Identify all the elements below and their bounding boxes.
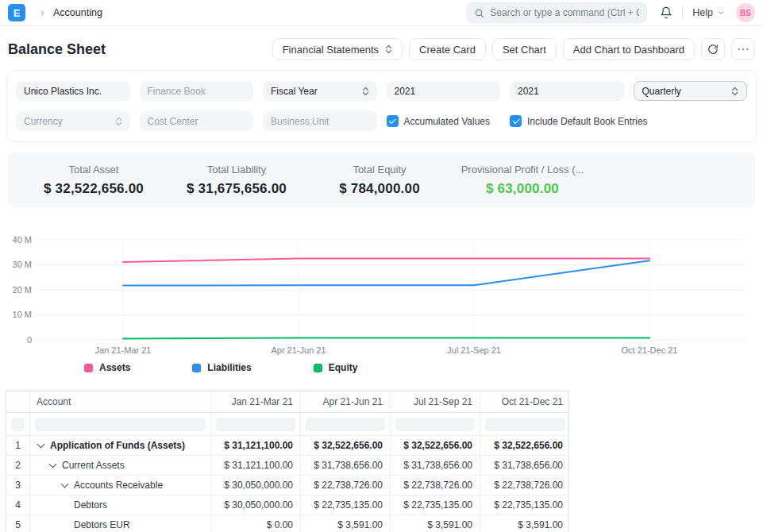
column-filter-input[interactable] xyxy=(306,418,385,431)
account-name: Current Assets xyxy=(62,460,125,471)
cost-center-filter[interactable]: Cost Center xyxy=(140,111,254,131)
avatar[interactable]: BS xyxy=(736,3,755,22)
amount-cell: $ 22,735,135.00 xyxy=(480,495,570,515)
summary-value: $ 31,675,656.00 xyxy=(165,181,308,197)
end-year-filter[interactable]: 2021 xyxy=(510,81,624,101)
filters-panel: Unico Plastics Inc. Finance Book Fiscal … xyxy=(6,70,757,142)
legend-item-liabilities[interactable]: Liabilities xyxy=(192,362,251,373)
chevron-down-icon xyxy=(717,9,725,17)
currency-select[interactable]: Currency xyxy=(16,111,130,131)
create-card-button[interactable]: Create Card xyxy=(409,38,486,60)
updown-icon xyxy=(115,117,122,126)
column-filter-input[interactable] xyxy=(485,418,565,431)
account-name: Application of Funds (Assets) xyxy=(50,440,185,451)
periodicity-value: Quarterly xyxy=(642,86,727,97)
amount-cell: $ 22,738,726.00 xyxy=(301,476,391,495)
amount-cell: $ 31,738,656.00 xyxy=(480,456,570,476)
chart-legend: AssetsLiabilitiesEquity xyxy=(0,360,763,375)
search-field[interactable] xyxy=(490,7,639,18)
help-label: Help xyxy=(692,7,713,18)
accumulated-values-checkbox[interactable]: Accumulated Values xyxy=(387,115,501,127)
column-header[interactable]: Apr 21-Jun 21 xyxy=(301,391,391,413)
column-header[interactable]: Jan 21-Mar 21 xyxy=(211,391,301,413)
business-unit-filter[interactable]: Business Unit xyxy=(263,111,377,131)
legend-item-assets[interactable]: Assets xyxy=(84,362,130,373)
amount-cell: $ 22,738,726.00 xyxy=(480,476,570,495)
start-year-value: 2021 xyxy=(395,86,493,97)
period-basis-value: Fiscal Year xyxy=(271,86,357,97)
column-header[interactable]: Jul 21-Sep 21 xyxy=(391,391,480,413)
amount-cell: $ 30,050,000.00 xyxy=(211,476,301,495)
menu-button[interactable] xyxy=(731,38,755,60)
row-number: 1 xyxy=(6,436,30,456)
column-filter-input[interactable] xyxy=(216,418,295,431)
account-cell[interactable]: Debtors EUR xyxy=(30,515,211,532)
start-year-filter[interactable]: 2021 xyxy=(387,81,501,101)
include-default-book-entries-checkbox[interactable]: Include Default Book Entries xyxy=(510,115,747,127)
row-number: 4 xyxy=(6,495,30,515)
company-filter[interactable]: Unico Plastics Inc. xyxy=(16,81,130,101)
amount-cell: $ 31,738,656.00 xyxy=(391,456,480,476)
chevron-down-icon[interactable] xyxy=(37,441,45,449)
summary-label: Total Asset xyxy=(22,164,165,175)
amount-cell: $ 22,735,135.00 xyxy=(391,495,480,515)
svg-text:40 M: 40 M xyxy=(13,235,32,245)
page-title: Balance Sheet xyxy=(8,41,106,58)
finance-book-filter[interactable]: Finance Book xyxy=(140,81,254,101)
business-unit-placeholder: Business Unit xyxy=(271,116,369,127)
account-cell[interactable]: Current Assets xyxy=(30,456,211,476)
legend-item-equity[interactable]: Equity xyxy=(314,362,358,373)
table-header-row: AccountJan 21-Mar 21Apr 21-Jun 21Jul 21-… xyxy=(6,391,568,413)
summary-label: Total Liability xyxy=(165,164,308,175)
column-filter-input[interactable] xyxy=(395,418,475,431)
notifications-bell-icon[interactable] xyxy=(660,6,672,19)
refresh-button[interactable] xyxy=(701,38,725,60)
column-filter-input[interactable] xyxy=(11,418,25,431)
app-logo-icon[interactable]: E xyxy=(8,4,25,21)
chevron-down-icon[interactable] xyxy=(61,480,69,488)
amount-cell: $ 3,591.00 xyxy=(480,515,570,532)
set-chart-button[interactable]: Set Chart xyxy=(492,38,557,60)
table-row: 2Current Assets$ 31,121,100.00$ 31,738,6… xyxy=(6,456,568,476)
account-cell[interactable]: Application of Funds (Assets) xyxy=(30,436,211,456)
column-header[interactable]: Account xyxy=(30,391,211,413)
svg-text:Jan 21-Mar 21: Jan 21-Mar 21 xyxy=(95,345,152,355)
account-cell[interactable]: Accounts Receivable xyxy=(30,476,211,495)
svg-text:30 M: 30 M xyxy=(13,260,32,269)
account-cell[interactable]: Debtors xyxy=(30,495,211,515)
periodicity-select[interactable]: Quarterly xyxy=(634,81,748,101)
amount-cell: $ 30,050,000.00 xyxy=(211,495,301,515)
balance-chart: 40 M30 M20 M10 M0Jan 21-Mar 21Apr 21-Jun… xyxy=(0,228,763,375)
end-year-value: 2021 xyxy=(518,86,616,97)
column-header[interactable]: Oct 21-Dec 21 xyxy=(480,391,570,413)
report-type-select[interactable]: Financial Statements xyxy=(272,38,403,60)
summary-value: $ 63,000.00 xyxy=(451,181,594,197)
summary-value: $ 32,522,656.00 xyxy=(22,181,165,197)
chevron-down-icon[interactable] xyxy=(49,461,57,468)
line-chart[interactable]: 40 M30 M20 M10 M0Jan 21-Mar 21Apr 21-Jun… xyxy=(0,228,763,359)
add-chart-to-dashboard-button[interactable]: Add Chart to Dashboard xyxy=(563,38,695,60)
help-menu[interactable]: Help xyxy=(692,7,725,18)
legend-marker-icon xyxy=(192,364,201,372)
account-name: Debtors xyxy=(74,499,107,511)
updown-icon xyxy=(385,44,392,54)
row-number: 5 xyxy=(6,515,30,532)
amount-cell: $ 3,591.00 xyxy=(301,515,391,532)
svg-text:10 M: 10 M xyxy=(13,310,32,319)
legend-marker-icon xyxy=(84,364,93,372)
checkbox-checked-icon[interactable] xyxy=(510,115,522,127)
breadcrumb[interactable]: Accounting xyxy=(53,7,102,18)
summary-bar: Total Asset $ 32,522,656.00 Total Liabil… xyxy=(8,152,755,207)
column-filter-input[interactable] xyxy=(35,418,206,431)
updown-icon xyxy=(731,87,738,96)
currency-placeholder: Currency xyxy=(24,116,110,127)
period-basis-select[interactable]: Fiscal Year xyxy=(263,81,377,101)
legend-label: Liabilities xyxy=(207,362,251,373)
summary-card-total-asset: Total Asset $ 32,522,656.00 xyxy=(22,164,165,197)
amount-cell: $ 3,591.00 xyxy=(391,515,480,532)
summary-value: $ 784,000.00 xyxy=(308,181,451,197)
svg-text:Jul 21-Sep 21: Jul 21-Sep 21 xyxy=(447,345,501,355)
search-input[interactable] xyxy=(466,2,647,23)
svg-text:Apr 21-Jun 21: Apr 21-Jun 21 xyxy=(271,345,326,355)
checkbox-checked-icon[interactable] xyxy=(387,115,399,127)
